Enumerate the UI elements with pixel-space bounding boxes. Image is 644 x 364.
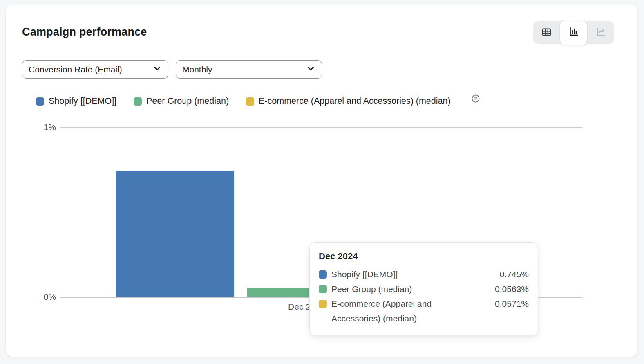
legend-item-peer-group[interactable]: Peer Group (median) [134, 96, 229, 106]
tooltip-row: Shopify [[DEMO]] 0.745% [319, 267, 529, 282]
tooltip-row: E-commerce (Apparel and Accessories) (me… [319, 297, 529, 326]
bar-chart-view-button[interactable] [560, 20, 587, 45]
bar-chart-icon [568, 26, 579, 39]
legend-label: Peer Group (median) [146, 96, 229, 106]
metric-select[interactable]: Conversion Rate (Email) [22, 60, 168, 79]
line-chart-icon [595, 27, 606, 39]
chart-legend: Shopify [[DEMO]] Peer Group (median) E-c… [36, 96, 480, 106]
tooltip-row: Peer Group (median) 0.0563% [319, 282, 529, 297]
tooltip-label: Shopify [[DEMO]] [331, 267, 474, 282]
chevron-down-icon [306, 63, 316, 76]
tooltip-swatch [319, 270, 327, 279]
chevron-down-icon [152, 63, 162, 76]
metric-select-value: Conversion Rate (Email) [29, 65, 122, 74]
legend-swatch [246, 97, 254, 106]
campaign-performance-card: Campaign performance [6, 4, 637, 357]
legend-label: Shopify [[DEMO]] [49, 96, 116, 106]
legend-item-ecommerce[interactable]: E-commerce (Apparel and Accessories) (me… [246, 96, 451, 106]
table-view-button[interactable] [533, 22, 559, 43]
tooltip-label: E-commerce (Apparel and Accessories) (me… [331, 297, 474, 326]
granularity-select[interactable]: Monthly [176, 60, 322, 79]
granularity-select-value: Monthly [182, 65, 212, 74]
tooltip-value: 0.0563% [495, 282, 529, 297]
legend-swatch [36, 97, 44, 106]
page-title: Campaign performance [22, 26, 147, 38]
svg-text:?: ? [474, 96, 477, 101]
tooltip-title: Dec 2024 [319, 251, 529, 262]
tooltip-value: 0.0571% [495, 297, 529, 311]
bar-shopify[interactable] [116, 171, 234, 297]
legend-item-shopify[interactable]: Shopify [[DEMO]] [36, 96, 116, 106]
line-chart-view-button[interactable] [588, 22, 614, 43]
y-axis-tick-0pct: 0% [27, 292, 56, 302]
legend-label: E-commerce (Apparel and Accessories) (me… [259, 96, 451, 106]
legend-swatch [134, 97, 142, 106]
tooltip-value: 0.745% [500, 267, 529, 282]
tooltip-swatch [319, 285, 327, 293]
y-axis-tick-1pct: 1% [27, 122, 56, 132]
tooltip-label: Peer Group (median) [331, 282, 474, 297]
tooltip-swatch [319, 300, 327, 308]
chart-tooltip: Dec 2024 Shopify [[DEMO]] 0.745% Peer Gr… [309, 242, 538, 335]
table-icon [541, 27, 552, 39]
view-switcher [533, 21, 614, 44]
help-icon[interactable]: ? [472, 94, 480, 103]
